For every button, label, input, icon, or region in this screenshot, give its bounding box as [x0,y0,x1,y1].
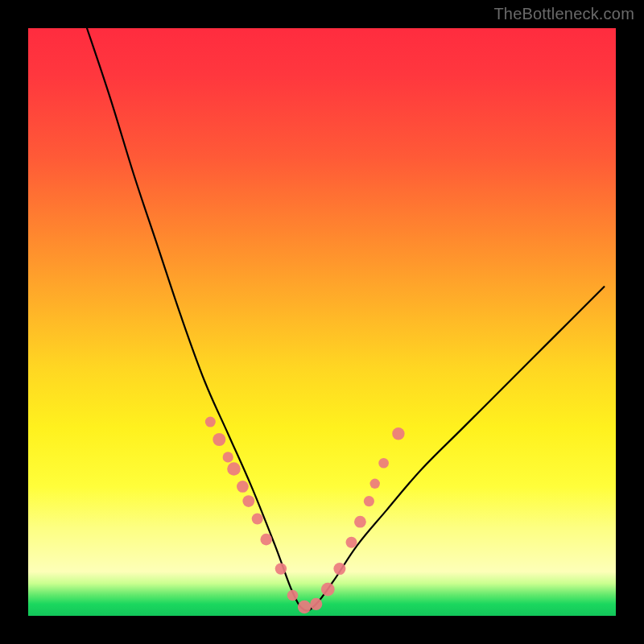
marker-dot [364,496,374,506]
marker-dot [227,462,241,476]
marker-dot [223,452,233,462]
marker-dot [321,583,335,597]
marker-dot [252,514,263,525]
plot-area [28,28,616,616]
marker-dot [260,534,272,546]
marker-dot [275,563,287,574]
marker-dot [333,563,345,575]
marker-dot [287,590,299,601]
marker-dot [346,537,357,548]
bottleneck-curve [28,28,616,616]
marker-dot [298,601,311,613]
watermark-text: TheBottleneck.com [493,5,634,23]
marker-dot [354,516,366,528]
marker-dot [370,479,380,489]
marker-dot [310,598,322,610]
marker-dot [378,458,389,469]
marker-dot [237,481,249,493]
marker-dot [205,417,216,427]
chart-frame: TheBottleneck.com [0,0,644,644]
marker-dot [392,427,404,440]
marker-dot [213,433,225,446]
marker-dot [242,495,254,507]
